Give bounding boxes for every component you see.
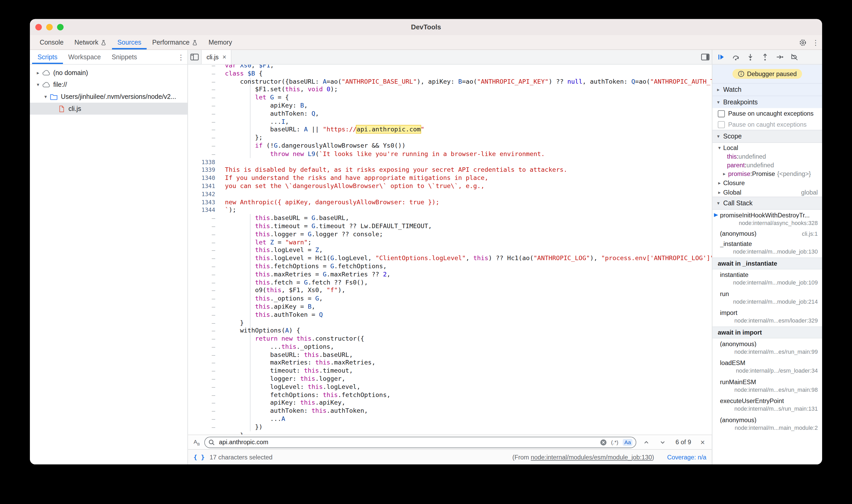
code-line[interactable]: – this.timeout = G.timeout ?? Lw.DEFAULT… — [188, 222, 712, 230]
call-stack-frame[interactable]: runMainESMnode:internal/m...es/run_main:… — [712, 377, 822, 396]
pause-caught-exceptions-row[interactable]: Pause on caught exceptions — [712, 119, 822, 130]
clear-search-icon[interactable] — [600, 439, 607, 446]
code-line[interactable]: – } — [188, 319, 712, 327]
code-line[interactable]: – let Z = "warn"; — [188, 238, 712, 246]
step-button[interactable] — [773, 50, 786, 64]
code-line[interactable]: – }; — [188, 134, 712, 142]
more-options-icon[interactable]: ⋮ — [809, 35, 822, 50]
pretty-print-icon[interactable]: { } — [193, 453, 205, 461]
code-line[interactable]: – this.fetch = G.fetch ?? Fs0(), — [188, 278, 712, 287]
call-stack-frame[interactable]: _instantiatenode:internal/m...module_job… — [712, 238, 822, 257]
file-tab-cli-js[interactable]: cli.js × — [201, 50, 232, 64]
scope-prop-this[interactable]: this undefined — [712, 152, 822, 161]
line-number[interactable]: – — [188, 335, 221, 343]
section-breakpoints[interactable]: ▾ Breakpoints — [712, 96, 822, 108]
code-line[interactable]: 1338 — [188, 158, 712, 166]
line-number[interactable]: – — [188, 118, 221, 126]
line-number[interactable]: – — [188, 399, 221, 407]
code-line[interactable]: – this.baseURL = G.baseURL, — [188, 214, 712, 222]
titlebar[interactable]: DevTools — [30, 19, 822, 35]
code-line[interactable]: – throw new L9(`It looks like you're run… — [188, 150, 712, 158]
call-stack-frame[interactable]: (anonymous)node:internal/m...main_module… — [712, 415, 822, 434]
line-number[interactable]: – — [188, 383, 221, 391]
code-line[interactable]: – fetchOptions: this.fetchOptions, — [188, 391, 712, 399]
line-number[interactable]: – — [188, 142, 221, 150]
step-out-button[interactable] — [759, 50, 772, 64]
line-number[interactable]: 1341 — [188, 182, 221, 190]
code-line[interactable]: – logger: this.logger, — [188, 375, 712, 383]
scope-closure[interactable]: ▸ Closure — [712, 178, 822, 187]
checkbox-icon[interactable] — [718, 110, 725, 117]
toggle-debugger-panel-icon[interactable] — [699, 50, 712, 64]
tab-scripts[interactable]: Scripts — [32, 50, 63, 64]
code-line[interactable]: – withOptions(A) { — [188, 327, 712, 335]
call-stack-frame[interactable]: loadESMnode:internal/p.../esm_loader:34 — [712, 357, 822, 377]
from-link[interactable]: node:internal/modules/esm/module_job:130 — [531, 454, 652, 461]
code-line[interactable]: – apiKey: B, — [188, 102, 712, 110]
line-number[interactable]: – — [188, 294, 221, 303]
navigator-more-icon[interactable]: ⋮ — [174, 50, 188, 64]
code-line[interactable]: 1341you can set the \`dangerouslyAllowBr… — [188, 182, 712, 190]
line-number[interactable]: – — [188, 423, 221, 431]
code-line[interactable]: – o9(this, $F1, Xs0, "f"), — [188, 286, 712, 294]
call-stack-frame[interactable]: (anonymous)cli.js:1 — [712, 229, 822, 238]
code-line[interactable]: – authToken: this.authToken, — [188, 407, 712, 415]
code-line[interactable]: – logLevel: this.logLevel, — [188, 383, 712, 391]
code-line[interactable]: – timeout: this.timeout, — [188, 367, 712, 375]
code-line[interactable]: – constructor({baseURL: A=ao("ANTHROPIC_… — [188, 77, 712, 86]
line-number[interactable]: – — [188, 262, 221, 270]
coverage-link[interactable]: Coverage: n/a — [667, 454, 706, 461]
tab-workspace[interactable]: Workspace — [63, 50, 106, 64]
code-line[interactable]: 1344`); — [188, 206, 712, 214]
pause-uncaught-exceptions-row[interactable]: Pause on uncaught exceptions — [712, 108, 822, 119]
tree-item-cli-js[interactable]: cli.js — [30, 103, 188, 115]
search-input[interactable] — [218, 438, 597, 446]
code-line[interactable]: –var Xs0, $F1, — [188, 65, 712, 70]
line-number[interactable]: – — [188, 238, 221, 246]
line-number[interactable]: – — [188, 246, 221, 254]
line-number[interactable]: – — [188, 230, 221, 238]
line-number[interactable]: – — [188, 415, 221, 423]
code-line[interactable]: – this.maxRetries = G.maxRetries ?? 2, — [188, 270, 712, 278]
scope-global[interactable]: ▸ Global global — [712, 187, 822, 197]
line-number[interactable]: – — [188, 134, 221, 142]
line-number[interactable]: – — [188, 319, 221, 327]
call-stack-frame[interactable]: runnode:internal/m...module_job:214 — [712, 288, 822, 308]
code-line[interactable]: – this.logger = G.logger ?? console; — [188, 230, 712, 238]
tab-network[interactable]: Network — [69, 35, 112, 50]
tree-item-folder[interactable]: ▾ Users/jinhuilee/.nvm/versions/node/v2.… — [30, 91, 188, 103]
code-line[interactable]: – return new this.constructor({ — [188, 335, 712, 343]
scope-prop-promise[interactable]: ▸ promise Promise {<pending>} — [712, 169, 822, 178]
section-watch[interactable]: ▸ Watch — [712, 83, 822, 96]
line-number[interactable]: 1338 — [188, 158, 221, 166]
call-stack-frame[interactable]: executeUserEntryPointnode:internal/m...s… — [712, 395, 822, 415]
code-line[interactable]: –class $B { — [188, 70, 712, 78]
code-line[interactable]: – this.logLevel = Hc1(G.logLevel, "Clien… — [188, 254, 712, 263]
line-number[interactable]: 1344 — [188, 206, 221, 214]
tab-snippets[interactable]: Snippets — [106, 50, 142, 64]
toggle-navigator-icon[interactable] — [188, 50, 201, 64]
close-search-icon[interactable]: × — [698, 438, 708, 447]
line-number[interactable]: – — [188, 65, 221, 70]
search-field[interactable]: (.*) Aa — [205, 436, 636, 448]
call-stack-frame[interactable]: promiseInitHookWithDestroyTr...node:inte… — [712, 210, 822, 229]
code-line[interactable]: – ...this._options, — [188, 343, 712, 351]
code-line[interactable]: – maxRetries: this.maxRetries, — [188, 359, 712, 367]
section-call-stack[interactable]: ▾ Call Stack — [712, 197, 822, 210]
match-case-toggle[interactable]: Aa — [623, 439, 633, 446]
line-number[interactable]: – — [188, 431, 221, 434]
line-number[interactable]: – — [188, 343, 221, 351]
line-number[interactable]: – — [188, 150, 221, 158]
next-match-icon[interactable] — [656, 435, 669, 449]
code-line[interactable]: – this.logLevel = Z, — [188, 246, 712, 254]
settings-gear-icon[interactable] — [796, 35, 809, 50]
line-number[interactable]: – — [188, 310, 221, 319]
code-line[interactable]: – baseURL: A || "https://api.anthropic.c… — [188, 126, 712, 134]
code-line[interactable]: – let G = { — [188, 94, 712, 102]
line-number[interactable]: – — [188, 407, 221, 415]
line-number[interactable]: – — [188, 70, 221, 78]
line-number[interactable]: – — [188, 367, 221, 375]
code-line[interactable]: 1340If you understand the risks and have… — [188, 174, 712, 182]
line-number[interactable]: – — [188, 375, 221, 383]
line-number[interactable]: 1339 — [188, 166, 221, 174]
